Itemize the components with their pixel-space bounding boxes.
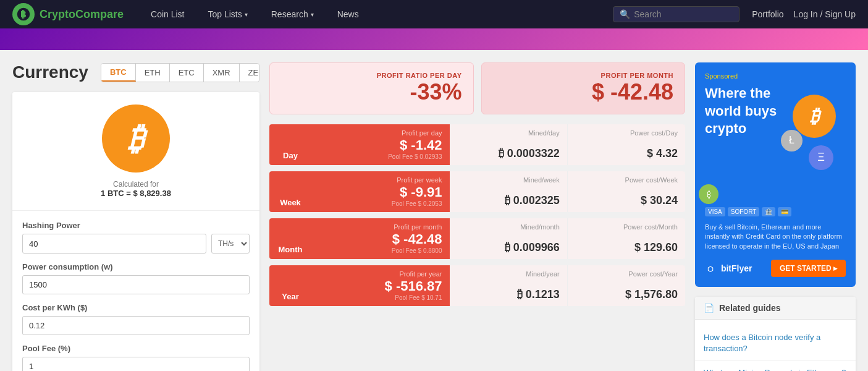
power-value: $ 30.24 xyxy=(575,194,678,207)
ad-title: Where the world buys crypto xyxy=(705,85,798,138)
logo[interactable]: CryptoCompare xyxy=(12,3,124,25)
hashing-power-group: Hashing Power TH/s GH/s MH/s xyxy=(22,221,250,254)
ad-bch-icon: ₿ xyxy=(699,184,718,204)
nav-research[interactable]: Research ▾ xyxy=(263,0,322,28)
currency-tabs: BTC ETH ETC XMR ZEC DASH LTC xyxy=(101,63,259,82)
related-guides-card: 📄 Related guides How does a Bitcoin node… xyxy=(695,297,856,371)
table-row: Day Profit per day $ -1.42 Pool Fee $ 0.… xyxy=(269,124,685,165)
card-icon: 💳 xyxy=(778,207,791,216)
profit-cell: Profit per day $ -1.42 Pool Fee $ 0.0293… xyxy=(311,124,450,165)
ad-sponsored-label: Sponsored xyxy=(705,72,846,80)
profit-month-box: PROFIT PER MONTH $ -42.48 xyxy=(481,62,686,114)
power-cell: Power cost/Year $ 1,576.80 xyxy=(568,265,685,306)
profit-value: $ -1.42 xyxy=(319,137,442,153)
chevron-down-icon: ▾ xyxy=(311,11,314,18)
search-box: 🔍 xyxy=(613,6,739,22)
power-consumption-group: Power consumption (w) xyxy=(22,262,250,294)
bank-icon: 🏦 xyxy=(762,207,775,216)
ad-brand-name: ⬡ bitFlyer xyxy=(705,263,752,273)
tab-zec[interactable]: ZEC xyxy=(240,64,259,82)
pool-fee-input[interactable] xyxy=(22,357,250,371)
pool-fee-label: Pool Fee $ 0.02933 xyxy=(319,153,442,160)
list-item[interactable]: How does a Bitcoin node verify a transac… xyxy=(695,326,856,361)
nav-coin-list[interactable]: Coin List xyxy=(142,0,193,28)
chevron-down-icon: ▾ xyxy=(245,11,248,18)
list-item[interactable]: What are Mining Rewards in Ethereum? xyxy=(695,361,856,371)
mined-cell: Mined/day ₿ 0.0003322 xyxy=(450,124,568,165)
table-row: Week Profit per week $ -9.91 Pool Fee $ … xyxy=(269,171,685,212)
power-cell: Power cost/Day $ 4.32 xyxy=(568,124,685,165)
power-value: $ 4.32 xyxy=(575,147,678,160)
right-panel: Sponsored Where the world buys crypto ₿ … xyxy=(695,62,856,371)
search-input[interactable] xyxy=(634,9,733,19)
hashing-power-label: Hashing Power xyxy=(22,221,250,230)
visa-icon: VISA xyxy=(705,207,725,216)
ad-logo-row: ⬡ bitFlyer GET STARTED ▸ xyxy=(705,260,846,277)
data-rows-section: Day Profit per day $ -1.42 Pool Fee $ 0.… xyxy=(269,124,685,306)
nav-top-lists-label: Top Lists xyxy=(208,9,242,19)
tab-eth[interactable]: ETH xyxy=(136,64,170,82)
profit-label: Profit per month xyxy=(319,223,442,231)
ad-cta-button[interactable]: GET STARTED ▸ xyxy=(771,260,846,277)
related-guides-list: How does a Bitcoin node verify a transac… xyxy=(695,320,856,371)
logo-text-crypto: Crypto xyxy=(40,8,75,20)
period-cell: Week xyxy=(269,171,311,212)
profit-cell: Profit per week $ -9.91 Pool Fee $ 0.205… xyxy=(311,171,450,212)
hashing-power-unit-select[interactable]: TH/s GH/s MH/s xyxy=(211,234,250,254)
profit-cell: Profit per month $ -42.48 Pool Fee $ 0.8… xyxy=(311,218,450,259)
period-cell: Day xyxy=(269,124,311,165)
ad-brand-text: bitFlyer xyxy=(721,263,752,273)
power-value: $ 1,576.80 xyxy=(575,288,678,301)
profit-value: $ -516.87 xyxy=(319,278,442,294)
cost-kwh-group: Cost per KWh ($) xyxy=(22,303,250,335)
profit-value: $ -42.48 xyxy=(319,231,442,247)
power-consumption-label: Power consumption (w) xyxy=(22,262,250,271)
login-link[interactable]: Log In / Sign Up xyxy=(794,9,856,19)
tab-btc[interactable]: BTC xyxy=(101,64,136,82)
mined-cell: Mined/week ₿ 0.002325 xyxy=(450,171,568,212)
profit-cell: Profit per year $ -516.87 Pool Fee $ 10.… xyxy=(311,265,450,306)
mined-cell: Mined/month ₿ 0.009966 xyxy=(450,218,568,259)
mined-cell: Mined/year ₿ 0.1213 xyxy=(450,265,568,306)
nav-right: Portfolio Log In / Sign Up xyxy=(752,9,856,19)
profit-ratio-value: -33% xyxy=(281,79,462,105)
ad-btc-icon: ₿ xyxy=(793,95,836,138)
cost-kwh-label: Cost per KWh ($) xyxy=(22,303,250,312)
pool-fee-label: Pool Fee $ 0.8800 xyxy=(319,247,442,254)
mined-value: ₿ 0.0003322 xyxy=(457,147,560,160)
logo-text-compare: Compare xyxy=(75,8,124,20)
nav-top-lists[interactable]: Top Lists ▾ xyxy=(200,0,256,28)
hashing-power-input[interactable] xyxy=(22,234,206,254)
tab-xmr[interactable]: XMR xyxy=(204,64,240,82)
power-consumption-input[interactable] xyxy=(22,275,250,294)
btc-icon-area: ₿ Calculated for 1 BTC = $ 8,829.38 xyxy=(12,92,259,210)
table-row: Month Profit per month $ -42.48 Pool Fee… xyxy=(269,218,685,259)
btc-logo: ₿ xyxy=(102,104,170,173)
pool-fee-group: Pool Fee (%) xyxy=(22,344,250,371)
bitflyer-logo-icon: ⬡ xyxy=(705,264,716,274)
profit-summary-row: PROFIT RATIO PER DAY -33% PROFIT PER MON… xyxy=(269,62,685,114)
profit-ratio-label: PROFIT RATIO PER DAY xyxy=(281,72,462,79)
cost-kwh-input[interactable] xyxy=(22,316,250,335)
top-banner xyxy=(0,28,868,50)
logo-icon xyxy=(12,3,35,25)
left-panel: Currency BTC ETH ETC XMR ZEC DASH LTC ₿ … xyxy=(12,62,259,371)
tab-etc[interactable]: ETC xyxy=(170,64,204,82)
profit-label: Profit per day xyxy=(319,129,442,137)
page-title: Currency xyxy=(12,62,88,82)
middle-panel: PROFIT RATIO PER DAY -33% PROFIT PER MON… xyxy=(269,62,685,371)
ad-ltc-icon: Ł xyxy=(781,130,803,151)
ad-card[interactable]: Sponsored Where the world buys crypto ₿ … xyxy=(695,62,856,287)
portfolio-link[interactable]: Portfolio xyxy=(752,9,783,19)
calculator-card: ₿ Calculated for 1 BTC = $ 8,829.38 Hash… xyxy=(12,92,259,371)
power-cell: Power cost/Month $ 129.60 xyxy=(568,218,685,259)
mined-value: ₿ 0.009966 xyxy=(457,241,560,254)
period-cell: Year xyxy=(269,265,311,306)
period-cell: Month xyxy=(269,218,311,259)
profit-month-label: PROFIT PER MONTH xyxy=(493,72,674,79)
nav-news[interactable]: News xyxy=(329,0,368,28)
pool-fee-label: Pool Fee (%) xyxy=(22,344,250,353)
related-guides-title: Related guides xyxy=(719,303,781,313)
profit-month-value: $ -42.48 xyxy=(493,79,674,105)
power-label: Power cost/Week xyxy=(575,176,678,184)
